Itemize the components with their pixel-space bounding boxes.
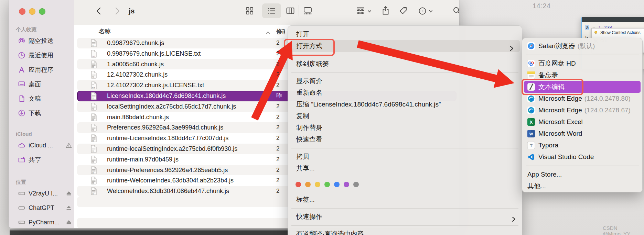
menu-item-copy[interactable]: 拷贝 [288, 151, 522, 163]
submenu-app-item[interactable]: T Typora [522, 139, 642, 151]
list-view-icon[interactable] [268, 7, 276, 15]
sidebar-item[interactable]: 隔空投送 [9, 34, 74, 48]
back-button[interactable] [95, 7, 103, 15]
sidebar-item[interactable]: iCloud ... [9, 138, 74, 153]
menu-item-compress[interactable]: 压缩 “LicenseIndex.180dd4c7.6d698c41.chunk… [288, 99, 522, 110]
eject-button[interactable] [66, 205, 72, 211]
file-icon: JS [90, 60, 97, 68]
submenu-app-item[interactable]: X Microsoft Excel [522, 116, 642, 128]
svg-text:JS: JS [92, 45, 94, 47]
menu-item-move-to-trash[interactable]: 移到废纸篓 [288, 58, 522, 70]
window-title: js [129, 7, 135, 15]
file-date: 2 [276, 38, 286, 48]
eject-button[interactable] [66, 190, 72, 197]
sidebar-item-icon [18, 52, 25, 59]
sidebar-item-icon [18, 219, 25, 226]
svg-text:TXT: TXT [92, 87, 95, 89]
sidebar-item[interactable]: 最近使用 [9, 48, 74, 63]
menu-item-tags[interactable]: 标签... [288, 194, 522, 205]
forward-button[interactable] [113, 7, 121, 15]
sidebar-item-icon [18, 95, 25, 102]
zoom-window-button[interactable] [39, 8, 45, 15]
minimize-window-button[interactable] [29, 8, 35, 15]
sidebar-item[interactable]: 共享 [9, 153, 74, 167]
sidebar-item-icon [18, 80, 25, 88]
close-window-button[interactable] [19, 8, 25, 15]
column-view-icon[interactable] [286, 7, 294, 15]
submenu-app-item[interactable]: W Microsoft Word [522, 128, 642, 139]
icon-view-icon[interactable] [246, 7, 254, 15]
file-date: 2 [276, 69, 286, 80]
file-date: 2 [276, 133, 286, 144]
menu-item-open[interactable]: 打开 [288, 29, 522, 40]
app-icon [527, 95, 535, 102]
sidebar-item[interactable]: 下载 [9, 106, 74, 120]
menu-item-quick-look[interactable]: 快速查看 [288, 134, 522, 145]
tag-gray[interactable] [353, 182, 359, 187]
svg-text:JS: JS [92, 98, 94, 100]
tag-green[interactable] [324, 182, 330, 187]
submenu-chevron-icon [512, 214, 516, 220]
app-icon [527, 153, 535, 161]
file-icon: JS [90, 187, 97, 195]
file-date: 2 [276, 144, 286, 154]
toolbar-separator [299, 5, 299, 16]
menu-item-share[interactable]: 共享... [288, 163, 522, 174]
gallery-view-icon[interactable] [303, 7, 312, 15]
app-label: 百度网盘 HD [538, 59, 576, 68]
app-label: 其他... [527, 182, 546, 191]
svg-text:JS: JS [92, 119, 94, 121]
sidebar-item[interactable]: V2rayU I... [9, 186, 74, 201]
menu-item-rename[interactable]: 重新命名 [288, 87, 522, 99]
submenu-app-item[interactable]: Safari浏览器 (默认) [522, 40, 642, 52]
group-by-icon[interactable] [356, 7, 365, 15]
file-icon: JS [90, 156, 97, 164]
menu-item-youdao-translate[interactable]: 有道翻译·查询选中内容 [288, 228, 522, 235]
sidebar-item[interactable]: PyCharm... [9, 215, 74, 228]
svg-text:JS: JS [92, 109, 94, 110]
file-date: 2 [276, 154, 286, 165]
submenu-app-item[interactable]: 其他... [522, 180, 642, 192]
submenu-app-item[interactable]: App Store... [522, 169, 642, 180]
menu-divider [291, 225, 518, 226]
search-icon[interactable] [453, 7, 459, 15]
more-actions-icon[interactable] [418, 7, 427, 15]
app-icon: W [527, 130, 535, 137]
submenu-app-item[interactable]: Visual Studio Code [522, 151, 642, 163]
tag-orange[interactable] [305, 182, 311, 187]
menu-item-duplicate[interactable]: 复制 [288, 110, 522, 122]
svg-text:TXT: TXT [92, 55, 95, 57]
submenu-app-item[interactable]: Microsoft Edge (124.0.2478.67) [522, 104, 642, 116]
chevron-down-icon[interactable] [429, 10, 433, 13]
sidebar-item[interactable]: 应用程序 [9, 63, 74, 77]
svg-text:JS: JS [92, 161, 94, 163]
menubar-clock: 14:24 [533, 2, 551, 10]
sidebar-item[interactable]: 桌面 [9, 77, 74, 91]
date-column-header[interactable]: 修改日期 [276, 27, 285, 35]
chevron-down-icon[interactable] [367, 10, 372, 13]
file-icon: JS [90, 166, 97, 174]
sidebar-item[interactable]: 文稿 [9, 91, 74, 106]
submenu-app-item[interactable]: 百度网盘 HD [522, 58, 642, 69]
sidebar-item-icon [18, 37, 25, 45]
show-context-actions-item[interactable]: Show Context Actions [592, 29, 644, 37]
watermark: CSDN @Mimo_YY [603, 225, 644, 235]
tag-blue[interactable] [334, 182, 340, 187]
tag-icon[interactable] [399, 7, 407, 15]
sidebar-item-trailing-icon[interactable] [66, 142, 72, 148]
sidebar-item[interactable]: ChatGPT [9, 201, 74, 215]
tag-red[interactable] [296, 182, 301, 187]
column-divider[interactable] [274, 26, 274, 36]
file-icon: JS [90, 134, 97, 142]
tag-purple[interactable] [344, 182, 349, 187]
menu-item-make-alias[interactable]: 制作替身 [288, 122, 522, 134]
name-column-header[interactable]: 名称 [99, 27, 110, 35]
app-label: Microsoft Edge [538, 95, 582, 102]
eject-button[interactable] [66, 219, 72, 225]
menu-item-quick-actions[interactable]: 快速操作 [288, 211, 522, 223]
lightbulb-icon [594, 31, 598, 35]
share-icon[interactable] [382, 6, 390, 15]
tag-yellow[interactable] [315, 182, 320, 187]
menu-item-get-info[interactable]: 显示简介 [288, 75, 522, 87]
app-label: Visual Studio Code [538, 153, 594, 161]
